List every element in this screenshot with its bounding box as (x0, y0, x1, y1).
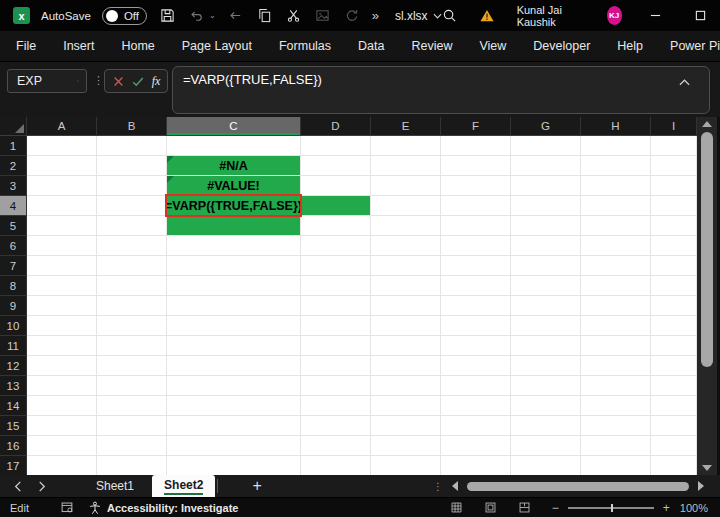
cell-A7[interactable] (27, 256, 97, 276)
cell-E13[interactable] (371, 376, 441, 396)
excel-app-icon[interactable]: x (13, 7, 30, 24)
cell-F5[interactable] (441, 216, 511, 236)
cell-A15[interactable] (27, 416, 97, 436)
cell-F14[interactable] (441, 396, 511, 416)
user-avatar[interactable]: KJ (607, 6, 622, 25)
vertical-scrollbar[interactable] (697, 117, 717, 475)
cell-H7[interactable] (581, 256, 651, 276)
cell-D9[interactable] (301, 296, 371, 316)
cell-I14[interactable] (651, 396, 697, 416)
row-header-1[interactable]: 1 (0, 136, 27, 156)
row-header-6[interactable]: 6 (0, 236, 27, 256)
cell-C16[interactable] (167, 436, 301, 456)
cell-A10[interactable] (27, 316, 97, 336)
cell-G13[interactable] (511, 376, 581, 396)
cancel-entry-icon[interactable] (112, 75, 125, 88)
cell-D4[interactable] (301, 196, 371, 216)
cell-F17[interactable] (441, 456, 511, 475)
cell-C14[interactable] (167, 396, 301, 416)
cell-I10[interactable] (651, 316, 697, 336)
cell-H17[interactable] (581, 456, 651, 475)
cell-C1[interactable] (167, 136, 301, 156)
cell-B15[interactable] (97, 416, 167, 436)
cell-G9[interactable] (511, 296, 581, 316)
cell-B5[interactable] (97, 216, 167, 236)
row-header-11[interactable]: 11 (0, 336, 27, 356)
cell-I17[interactable] (651, 456, 697, 475)
cell-I4[interactable] (651, 196, 697, 216)
cell-F12[interactable] (441, 356, 511, 376)
zoom-out-button[interactable]: − (552, 501, 559, 515)
cell-C15[interactable] (167, 416, 301, 436)
cell-E14[interactable] (371, 396, 441, 416)
search-icon[interactable] (442, 7, 457, 25)
cell-G17[interactable] (511, 456, 581, 475)
cell-G16[interactable] (511, 436, 581, 456)
zoom-slider-thumb[interactable] (611, 504, 613, 512)
cell-B7[interactable] (97, 256, 167, 276)
ribbon-tab-data[interactable]: Data (358, 39, 384, 53)
cell-F16[interactable] (441, 436, 511, 456)
cell-A8[interactable] (27, 276, 97, 296)
cell-D12[interactable] (301, 356, 371, 376)
cell-E5[interactable] (371, 216, 441, 236)
cell-I13[interactable] (651, 376, 697, 396)
cell-F3[interactable] (441, 176, 511, 196)
cell-F7[interactable] (441, 256, 511, 276)
cell-B3[interactable] (97, 176, 167, 196)
cell-E6[interactable] (371, 236, 441, 256)
formula-input[interactable]: =VARP({TRUE,FALSE}) (172, 66, 710, 114)
cell-H5[interactable] (581, 216, 651, 236)
prev-sheet-icon[interactable] (14, 481, 22, 492)
ribbon-tab-page-layout[interactable]: Page Layout (182, 39, 252, 53)
cell-B16[interactable] (97, 436, 167, 456)
cell-F11[interactable] (441, 336, 511, 356)
scroll-down-icon[interactable] (702, 465, 712, 471)
ribbon-tab-review[interactable]: Review (411, 39, 452, 53)
confirm-entry-icon[interactable] (131, 75, 145, 88)
cell-H12[interactable] (581, 356, 651, 376)
row-header-3[interactable]: 3 (0, 176, 27, 196)
cell-E15[interactable] (371, 416, 441, 436)
horizontal-scroll-thumb[interactable] (467, 482, 689, 491)
cell-G1[interactable] (511, 136, 581, 156)
ribbon-tab-formulas[interactable]: Formulas (279, 39, 331, 53)
cell-B14[interactable] (97, 396, 167, 416)
row-header-2[interactable]: 2 (0, 156, 27, 176)
cell-B6[interactable] (97, 236, 167, 256)
ribbon-tab-home[interactable]: Home (121, 39, 154, 53)
cell-I8[interactable] (651, 276, 697, 296)
cell-E3[interactable] (371, 176, 441, 196)
cell-A4[interactable] (27, 196, 97, 216)
cell-G8[interactable] (511, 276, 581, 296)
cell-C2[interactable]: #N/A (167, 156, 301, 176)
cell-F6[interactable] (441, 236, 511, 256)
save-icon[interactable] (158, 7, 176, 25)
cell-I1[interactable] (651, 136, 697, 156)
column-header-h[interactable]: H (581, 117, 651, 136)
cell-B2[interactable] (97, 156, 167, 176)
more-commands-icon[interactable]: » (372, 8, 378, 23)
row-header-13[interactable]: 13 (0, 376, 27, 396)
column-header-b[interactable]: B (97, 117, 167, 136)
cell-E17[interactable] (371, 456, 441, 475)
cell-C5[interactable] (167, 216, 301, 236)
cell-H11[interactable] (581, 336, 651, 356)
cell-I5[interactable] (651, 216, 697, 236)
row-header-10[interactable]: 10 (0, 316, 27, 336)
cell-H4[interactable] (581, 196, 651, 216)
cell-G10[interactable] (511, 316, 581, 336)
cell-D15[interactable] (301, 416, 371, 436)
cell-C9[interactable] (167, 296, 301, 316)
column-header-i[interactable]: I (651, 117, 697, 136)
row-header-14[interactable]: 14 (0, 396, 27, 416)
cell-F8[interactable] (441, 276, 511, 296)
column-header-d[interactable]: D (301, 117, 371, 136)
normal-view-icon[interactable] (450, 501, 463, 514)
ribbon-tab-insert[interactable]: Insert (63, 39, 94, 53)
cell-D2[interactable] (301, 156, 371, 176)
document-title[interactable]: sl.xlsx (395, 9, 442, 23)
cell-G12[interactable] (511, 356, 581, 376)
cell-E4[interactable] (371, 196, 441, 216)
row-header-4[interactable]: 4 (0, 196, 27, 216)
